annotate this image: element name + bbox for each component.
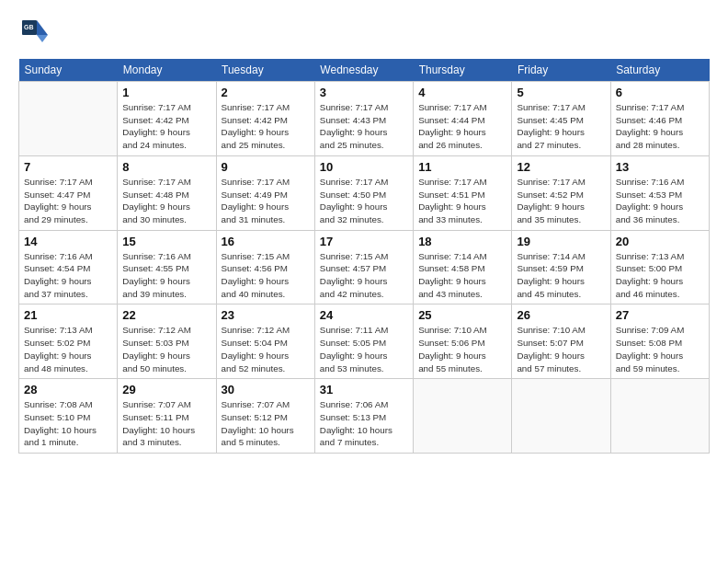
week-row-2: 14Sunrise: 7:16 AM Sunset: 4:54 PM Dayli…: [19, 230, 710, 304]
day-info: Sunrise: 7:17 AM Sunset: 4:50 PM Dayligh…: [320, 176, 408, 226]
day-info: Sunrise: 7:17 AM Sunset: 4:42 PM Dayligh…: [222, 101, 310, 152]
week-row-1: 7Sunrise: 7:17 AM Sunset: 4:47 PM Daylig…: [19, 155, 710, 230]
calendar-cell: 1Sunrise: 7:17 AM Sunset: 4:42 PM Daylig…: [118, 82, 216, 156]
day-info: Sunrise: 7:06 AM Sunset: 5:13 PM Dayligh…: [320, 398, 408, 449]
calendar-cell: 11Sunrise: 7:17 AM Sunset: 4:51 PM Dayli…: [414, 155, 512, 230]
day-number: 27: [616, 308, 704, 322]
calendar-table: SundayMondayTuesdayWednesdayThursdayFrid…: [18, 59, 710, 454]
calendar-cell: 30Sunrise: 7:07 AM Sunset: 5:12 PM Dayli…: [216, 379, 314, 454]
calendar-cell: 9Sunrise: 7:17 AM Sunset: 4:49 PM Daylig…: [216, 155, 314, 230]
day-info: Sunrise: 7:17 AM Sunset: 4:52 PM Dayligh…: [517, 176, 605, 226]
day-number: 23: [222, 308, 310, 322]
calendar-cell: [19, 82, 118, 156]
day-info: Sunrise: 7:17 AM Sunset: 4:47 PM Dayligh…: [24, 176, 112, 226]
day-info: Sunrise: 7:17 AM Sunset: 4:46 PM Dayligh…: [616, 101, 704, 152]
weekday-saturday: Saturday: [610, 59, 709, 82]
day-info: Sunrise: 7:14 AM Sunset: 4:58 PM Dayligh…: [418, 250, 506, 301]
day-info: Sunrise: 7:12 AM Sunset: 5:03 PM Dayligh…: [122, 324, 210, 374]
calendar-cell: 15Sunrise: 7:16 AM Sunset: 4:55 PM Dayli…: [118, 230, 216, 304]
day-info: Sunrise: 7:16 AM Sunset: 4:53 PM Dayligh…: [616, 176, 704, 226]
calendar-cell: 20Sunrise: 7:13 AM Sunset: 5:00 PM Dayli…: [610, 230, 709, 304]
day-number: 29: [122, 383, 210, 396]
svg-marker-1: [37, 35, 48, 42]
weekday-friday: Friday: [512, 59, 610, 82]
week-row-3: 21Sunrise: 7:13 AM Sunset: 5:02 PM Dayli…: [19, 304, 710, 379]
weekday-wednesday: Wednesday: [314, 59, 413, 82]
day-number: 1: [122, 86, 210, 99]
weekday-sunday: Sunday: [19, 59, 118, 82]
day-number: 16: [222, 235, 310, 248]
day-info: Sunrise: 7:07 AM Sunset: 5:11 PM Dayligh…: [122, 398, 210, 449]
calendar-cell: 31Sunrise: 7:06 AM Sunset: 5:13 PM Dayli…: [314, 379, 413, 454]
day-number: 17: [320, 235, 408, 248]
calendar-cell: 23Sunrise: 7:12 AM Sunset: 5:04 PM Dayli…: [216, 304, 314, 379]
calendar-cell: 28Sunrise: 7:08 AM Sunset: 5:10 PM Dayli…: [19, 379, 118, 454]
day-number: 20: [616, 235, 704, 248]
day-info: Sunrise: 7:07 AM Sunset: 5:12 PM Dayligh…: [222, 398, 310, 449]
calendar-cell: 7Sunrise: 7:17 AM Sunset: 4:47 PM Daylig…: [19, 155, 118, 230]
day-number: 26: [517, 308, 605, 322]
day-number: 24: [320, 308, 408, 322]
day-number: 22: [122, 308, 210, 322]
calendar-body: 1Sunrise: 7:17 AM Sunset: 4:42 PM Daylig…: [19, 82, 710, 454]
day-number: 7: [24, 160, 112, 174]
calendar-cell: 18Sunrise: 7:14 AM Sunset: 4:58 PM Dayli…: [414, 230, 512, 304]
calendar-cell: 16Sunrise: 7:15 AM Sunset: 4:56 PM Dayli…: [216, 230, 314, 304]
day-info: Sunrise: 7:17 AM Sunset: 4:48 PM Dayligh…: [122, 176, 210, 226]
calendar-cell: 3Sunrise: 7:17 AM Sunset: 4:43 PM Daylig…: [314, 82, 413, 156]
calendar-cell: [512, 379, 610, 454]
day-info: Sunrise: 7:15 AM Sunset: 4:57 PM Dayligh…: [320, 250, 408, 301]
page: GB SundayMondayTuesdayWednesdayThursdayF…: [0, 0, 728, 463]
day-info: Sunrise: 7:08 AM Sunset: 5:10 PM Dayligh…: [24, 398, 112, 449]
calendar-cell: 17Sunrise: 7:15 AM Sunset: 4:57 PM Dayli…: [314, 230, 413, 304]
calendar-cell: 6Sunrise: 7:17 AM Sunset: 4:46 PM Daylig…: [610, 82, 709, 156]
weekday-tuesday: Tuesday: [216, 59, 314, 82]
calendar-cell: [610, 379, 709, 454]
calendar-cell: [414, 379, 512, 454]
day-number: 30: [222, 383, 310, 396]
calendar-cell: 26Sunrise: 7:10 AM Sunset: 5:07 PM Dayli…: [512, 304, 610, 379]
week-row-0: 1Sunrise: 7:17 AM Sunset: 4:42 PM Daylig…: [19, 82, 710, 156]
calendar-cell: 24Sunrise: 7:11 AM Sunset: 5:05 PM Dayli…: [314, 304, 413, 379]
weekday-monday: Monday: [118, 59, 216, 82]
day-number: 25: [418, 308, 506, 322]
day-info: Sunrise: 7:09 AM Sunset: 5:08 PM Dayligh…: [616, 324, 704, 374]
day-info: Sunrise: 7:17 AM Sunset: 4:51 PM Dayligh…: [418, 176, 506, 226]
day-number: 18: [418, 235, 506, 248]
day-info: Sunrise: 7:17 AM Sunset: 4:43 PM Dayligh…: [320, 101, 408, 152]
day-info: Sunrise: 7:12 AM Sunset: 5:04 PM Dayligh…: [222, 324, 310, 374]
day-number: 4: [418, 86, 506, 99]
calendar-cell: 8Sunrise: 7:17 AM Sunset: 4:48 PM Daylig…: [118, 155, 216, 230]
svg-marker-0: [37, 20, 48, 35]
day-number: 13: [616, 160, 704, 174]
day-info: Sunrise: 7:14 AM Sunset: 4:59 PM Dayligh…: [517, 250, 605, 301]
day-number: 12: [517, 160, 605, 174]
calendar-cell: 21Sunrise: 7:13 AM Sunset: 5:02 PM Dayli…: [19, 304, 118, 379]
calendar-cell: 27Sunrise: 7:09 AM Sunset: 5:08 PM Dayli…: [610, 304, 709, 379]
day-number: 28: [24, 383, 112, 396]
calendar-cell: 14Sunrise: 7:16 AM Sunset: 4:54 PM Dayli…: [19, 230, 118, 304]
day-info: Sunrise: 7:17 AM Sunset: 4:44 PM Dayligh…: [418, 101, 506, 152]
day-info: Sunrise: 7:11 AM Sunset: 5:05 PM Dayligh…: [320, 324, 408, 374]
day-info: Sunrise: 7:10 AM Sunset: 5:07 PM Dayligh…: [517, 324, 605, 374]
calendar-cell: 22Sunrise: 7:12 AM Sunset: 5:03 PM Dayli…: [118, 304, 216, 379]
calendar-cell: 10Sunrise: 7:17 AM Sunset: 4:50 PM Dayli…: [314, 155, 413, 230]
logo: GB: [18, 17, 55, 50]
day-number: 14: [24, 235, 112, 248]
day-number: 2: [222, 86, 310, 99]
calendar-cell: 4Sunrise: 7:17 AM Sunset: 4:44 PM Daylig…: [414, 82, 512, 156]
day-info: Sunrise: 7:17 AM Sunset: 4:49 PM Dayligh…: [222, 176, 310, 226]
day-number: 11: [418, 160, 506, 174]
day-number: 19: [517, 235, 605, 248]
day-number: 21: [24, 308, 112, 322]
day-number: 3: [320, 86, 408, 99]
calendar-cell: 5Sunrise: 7:17 AM Sunset: 4:45 PM Daylig…: [512, 82, 610, 156]
day-info: Sunrise: 7:16 AM Sunset: 4:54 PM Dayligh…: [24, 250, 112, 301]
day-info: Sunrise: 7:17 AM Sunset: 4:42 PM Dayligh…: [122, 101, 210, 152]
calendar-cell: 12Sunrise: 7:17 AM Sunset: 4:52 PM Dayli…: [512, 155, 610, 230]
day-info: Sunrise: 7:15 AM Sunset: 4:56 PM Dayligh…: [222, 250, 310, 301]
day-number: 5: [517, 86, 605, 99]
header: GB: [18, 17, 710, 50]
day-number: 8: [122, 160, 210, 174]
calendar-cell: 25Sunrise: 7:10 AM Sunset: 5:06 PM Dayli…: [414, 304, 512, 379]
